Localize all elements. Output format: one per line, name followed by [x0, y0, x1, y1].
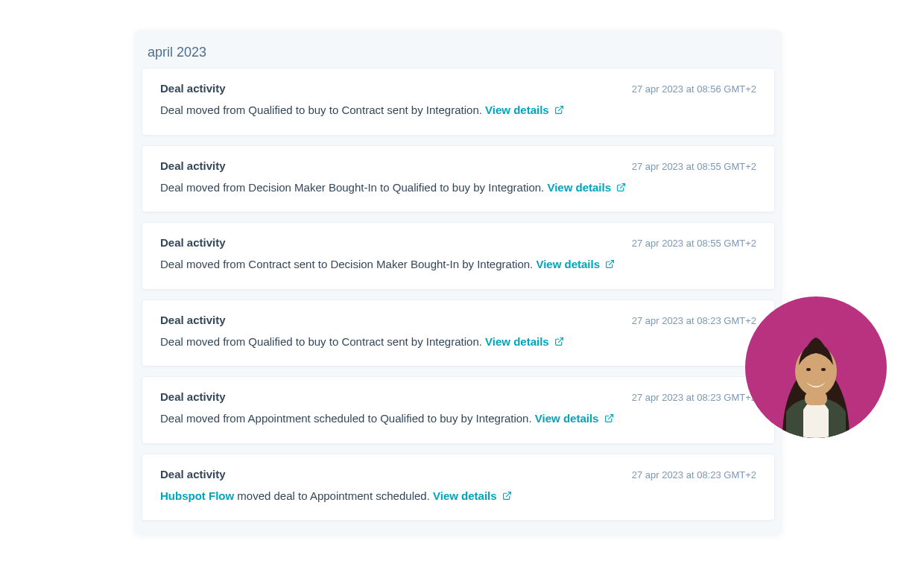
- activity-card: Deal activity 27 apr 2023 at 08:23 GMT+2…: [142, 454, 775, 521]
- activity-description: Deal moved from Contract sent to Decisio…: [160, 258, 533, 270]
- actor-link[interactable]: Hubspot Flow: [160, 489, 234, 502]
- view-details-label: View details: [536, 258, 600, 270]
- card-timestamp: 27 apr 2023 at 08:55 GMT+2: [632, 161, 756, 172]
- view-details-link[interactable]: View details: [547, 181, 626, 194]
- view-details-link[interactable]: View details: [485, 335, 564, 348]
- card-title: Deal activity: [160, 390, 226, 403]
- external-link-icon: [502, 489, 512, 506]
- view-details-link[interactable]: View details: [433, 489, 512, 502]
- card-title: Deal activity: [160, 82, 226, 95]
- view-details-link[interactable]: View details: [535, 412, 614, 425]
- card-body: Deal moved from Appointment scheduled to…: [160, 410, 756, 428]
- external-link-icon: [554, 334, 564, 352]
- view-details-link[interactable]: View details: [485, 104, 564, 116]
- view-details-label: View details: [433, 489, 497, 502]
- svg-line-2: [610, 261, 614, 265]
- svg-line-1: [621, 183, 625, 188]
- activity-list: Deal activity 27 apr 2023 at 08:56 GMT+2…: [134, 68, 782, 521]
- activity-timeline-panel: april 2023 Deal activity 27 apr 2023 at …: [134, 30, 782, 535]
- svg-point-8: [821, 368, 826, 371]
- card-body: Deal moved from Contract sent to Decisio…: [160, 256, 756, 274]
- view-details-link[interactable]: View details: [536, 258, 615, 270]
- view-details-label: View details: [485, 335, 549, 348]
- avatar-image: [753, 311, 879, 438]
- card-header: Deal activity 27 apr 2023 at 08:23 GMT+2: [160, 468, 756, 480]
- svg-point-6: [795, 346, 837, 396]
- svg-line-5: [506, 492, 510, 496]
- card-timestamp: 27 apr 2023 at 08:23 GMT+2: [632, 469, 756, 480]
- timeline-month-title: april 2023: [148, 45, 769, 60]
- card-header: Deal activity 27 apr 2023 at 08:55 GMT+2: [160, 236, 756, 249]
- external-link-icon: [616, 180, 626, 197]
- card-body: Deal moved from Qualified to buy to Cont…: [160, 334, 756, 352]
- activity-card: Deal activity 27 apr 2023 at 08:56 GMT+2…: [142, 68, 775, 136]
- card-header: Deal activity 27 apr 2023 at 08:23 GMT+2: [160, 390, 756, 403]
- card-timestamp: 27 apr 2023 at 08:55 GMT+2: [632, 238, 756, 249]
- external-link-icon: [604, 411, 614, 428]
- card-body: Deal moved from Decision Maker Bought-In…: [160, 180, 756, 197]
- activity-card: Deal activity 27 apr 2023 at 08:23 GMT+2…: [142, 376, 775, 444]
- view-details-label: View details: [547, 181, 611, 194]
- avatar: [745, 296, 887, 438]
- external-link-icon: [605, 257, 615, 274]
- card-header: Deal activity 27 apr 2023 at 08:56 GMT+2: [160, 82, 756, 95]
- view-details-label: View details: [485, 104, 549, 116]
- activity-description: Deal moved from Qualified to buy to Cont…: [160, 104, 482, 116]
- activity-description: Deal moved from Appointment scheduled to…: [160, 412, 532, 425]
- card-header: Deal activity 27 apr 2023 at 08:55 GMT+2: [160, 159, 756, 172]
- activity-description: moved deal to Appointment scheduled.: [234, 489, 430, 502]
- card-body: Deal moved from Qualified to buy to Cont…: [160, 102, 756, 120]
- svg-point-7: [806, 368, 811, 371]
- view-details-label: View details: [535, 412, 599, 425]
- svg-line-3: [558, 337, 563, 342]
- svg-line-0: [558, 107, 563, 111]
- card-timestamp: 27 apr 2023 at 08:23 GMT+2: [632, 392, 756, 403]
- card-header: Deal activity 27 apr 2023 at 08:23 GMT+2: [160, 314, 756, 326]
- card-title: Deal activity: [160, 159, 226, 172]
- svg-rect-9: [805, 392, 827, 405]
- card-title: Deal activity: [160, 468, 226, 480]
- activity-description: Deal moved from Qualified to buy to Cont…: [160, 335, 482, 348]
- external-link-icon: [554, 103, 564, 120]
- card-body: Hubspot Flow moved deal to Appointment s…: [160, 488, 756, 506]
- activity-description: Deal moved from Decision Maker Bought-In…: [160, 181, 544, 194]
- card-timestamp: 27 apr 2023 at 08:56 GMT+2: [632, 83, 756, 95]
- timeline-header: april 2023: [134, 30, 782, 68]
- activity-card: Deal activity 27 apr 2023 at 08:55 GMT+2…: [142, 145, 775, 213]
- svg-line-4: [608, 415, 613, 419]
- card-timestamp: 27 apr 2023 at 08:23 GMT+2: [632, 315, 756, 326]
- activity-card: Deal activity 27 apr 2023 at 08:55 GMT+2…: [142, 222, 775, 290]
- activity-card: Deal activity 27 apr 2023 at 08:23 GMT+2…: [142, 299, 775, 367]
- card-title: Deal activity: [160, 236, 226, 249]
- card-title: Deal activity: [160, 314, 226, 326]
